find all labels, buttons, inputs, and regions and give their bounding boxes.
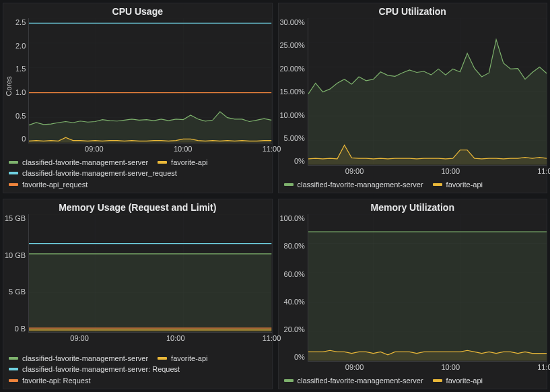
- x-axis-ticks: 09:0010:0011:00: [283, 363, 547, 372]
- legend-item[interactable]: classified-favorite-management-server: [9, 353, 148, 364]
- y-tick: 100.0%: [280, 214, 305, 222]
- y-tick: 10 GB: [5, 251, 26, 259]
- legend-swatch: [9, 172, 18, 174]
- panel-title: CPU Usage: [3, 3, 272, 18]
- legend-label: classified-favorite-management-server_re…: [22, 168, 177, 179]
- y-tick: 1.0: [15, 88, 26, 96]
- legend-item[interactable]: favorite-api: [158, 157, 207, 168]
- x-tick: 09:00: [345, 363, 364, 371]
- legend-label: classified-favorite-management-server: [22, 353, 148, 364]
- series-area: [308, 232, 547, 360]
- y-axis-ticks: 100.0%80.0%60.0%40.0%20.0%0%: [279, 214, 308, 362]
- chart-plot[interactable]: [28, 18, 271, 143]
- x-axis-ticks: 09:0010:0011:00: [28, 145, 272, 154]
- legend-item[interactable]: classified-favorite-management-server: [284, 179, 423, 191]
- legend-item[interactable]: favorite-api: [433, 375, 483, 387]
- legend-item[interactable]: classified-favorite-management-server_re…: [9, 168, 177, 179]
- legend-item[interactable]: favorite-api: [433, 179, 483, 191]
- legend-swatch: [284, 183, 294, 186]
- y-tick: 60.0%: [284, 270, 305, 278]
- legend-item[interactable]: favorite-api: [158, 353, 207, 364]
- y-tick: 80.0%: [284, 242, 305, 250]
- legend-label: favorite-api: Request: [22, 375, 91, 387]
- legend-swatch: [9, 183, 18, 186]
- x-tick: 09:00: [345, 167, 364, 175]
- panel-cpu-usage: CPU UsageCores2.52.01.51.00.500.509:0010…: [3, 3, 273, 193]
- y-tick: 5.00%: [284, 134, 305, 142]
- legend-item[interactable]: classified-favorite-management-server: [9, 157, 148, 168]
- legend-label: classified-favorite-management-server: R…: [22, 364, 180, 375]
- y-axis-ticks: 30.00%25.00%20.00%15.00%10.00%5.00%0%: [279, 18, 308, 166]
- x-tick: 11:00: [263, 145, 281, 153]
- legend-swatch: [9, 368, 18, 370]
- y-axis-ticks: 2.52.01.51.00.50: [14, 18, 28, 143]
- panel-body: 15 GB10 GB5 GB0 B10 GB09:0010:0011:00: [3, 214, 272, 350]
- panel-cpu-util: CPU Utilization30.00%25.00%20.00%15.00%1…: [278, 3, 548, 193]
- y-tick: 2.5: [15, 18, 26, 26]
- chart-legend: classified-favorite-management-serverfav…: [3, 350, 272, 389]
- legend-swatch: [9, 357, 18, 360]
- chart-plot[interactable]: [308, 214, 547, 362]
- legend-label: favorite-api_request: [22, 179, 88, 191]
- y-tick: 0: [22, 135, 26, 143]
- chart-legend: classified-favorite-management-serverfav…: [279, 372, 547, 389]
- legend-label: classified-favorite-management-server: [22, 157, 148, 168]
- y-tick: 1.5: [15, 65, 26, 73]
- x-tick: 11:00: [263, 334, 281, 342]
- x-tick: 11:00: [537, 363, 550, 371]
- panel-title: Memory Utilization: [279, 199, 547, 214]
- y-tick: 0.5: [15, 112, 26, 120]
- panel-body: 30.00%25.00%20.00%15.00%10.00%5.00%0%10.…: [279, 18, 547, 176]
- legend-swatch: [9, 161, 18, 164]
- y-tick: 15.00%: [280, 88, 305, 96]
- x-tick: 10:00: [442, 167, 460, 175]
- panel-body: 100.0%80.0%60.0%40.0%20.0%0%100.0%09:001…: [279, 214, 547, 372]
- panel-title: Memory Usage (Request and Limit): [3, 199, 272, 214]
- panel-mem-usage: Memory Usage (Request and Limit)15 GB10 …: [3, 199, 273, 389]
- legend-swatch: [158, 357, 167, 360]
- x-tick: 11:00: [537, 167, 550, 175]
- x-tick: 10:00: [166, 334, 185, 342]
- chart-legend: classified-favorite-management-serverfav…: [3, 154, 272, 193]
- x-tick: 09:00: [85, 145, 104, 153]
- legend-label: favorite-api: [171, 353, 207, 364]
- chart-plot[interactable]: [28, 214, 271, 333]
- legend-item[interactable]: classified-favorite-management-server: R…: [9, 364, 180, 375]
- y-tick: 0%: [294, 353, 305, 361]
- legend-item[interactable]: favorite-api_request: [9, 179, 88, 191]
- y-tick: 40.0%: [284, 298, 305, 306]
- legend-label: favorite-api: [446, 179, 483, 191]
- dashboard: CPU UsageCores2.52.01.51.00.500.509:0010…: [0, 0, 550, 392]
- legend-item[interactable]: classified-favorite-management-server: [284, 375, 423, 387]
- panel-title: CPU Utilization: [279, 3, 547, 18]
- legend-label: classified-favorite-management-server: [298, 179, 423, 191]
- legend-swatch: [433, 183, 442, 186]
- series-area: [29, 254, 271, 332]
- legend-swatch: [158, 161, 167, 164]
- panel-mem-util: Memory Utilization100.0%80.0%60.0%40.0%2…: [278, 199, 548, 389]
- y-tick: 30.00%: [280, 18, 305, 26]
- x-tick: 09:00: [70, 334, 89, 342]
- legend-swatch: [284, 379, 294, 382]
- legend-label: classified-favorite-management-server: [298, 375, 423, 387]
- y-axis-ticks: 15 GB10 GB5 GB0 B: [3, 214, 28, 333]
- chart-legend: classified-favorite-management-serverfav…: [279, 176, 547, 193]
- y-tick: 5 GB: [9, 288, 26, 296]
- y-tick: 25.00%: [280, 41, 305, 49]
- x-axis-ticks: 09:0010:0011:00: [283, 167, 547, 176]
- chart-plot[interactable]: [308, 18, 547, 166]
- y-tick: 10.00%: [280, 111, 305, 119]
- x-axis-ticks: 09:0010:0011:00: [7, 334, 272, 344]
- legend-label: favorite-api: [446, 375, 483, 387]
- legend-swatch: [433, 379, 442, 382]
- legend-item[interactable]: favorite-api: Request: [9, 375, 91, 387]
- y-axis-label: Cores: [3, 18, 14, 154]
- y-tick: 2.0: [15, 42, 26, 50]
- y-tick: 20.0%: [284, 325, 305, 333]
- x-tick: 10:00: [442, 363, 460, 371]
- legend-swatch: [9, 379, 18, 382]
- y-tick: 0 B: [15, 325, 26, 333]
- y-tick: 15 GB: [5, 214, 26, 222]
- panel-body: Cores2.52.01.51.00.500.509:0010:0011:00: [3, 18, 272, 154]
- y-tick: 0%: [294, 157, 305, 165]
